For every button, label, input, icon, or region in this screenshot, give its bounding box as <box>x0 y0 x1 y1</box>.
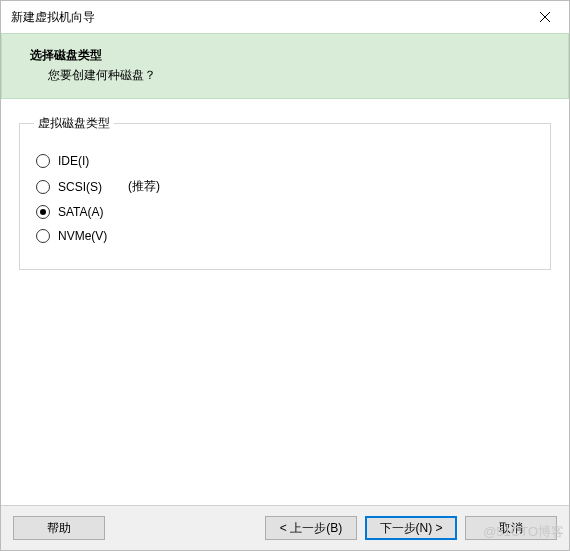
wizard-dialog: 新建虚拟机向导 选择磁盘类型 您要创建何种磁盘？ 虚拟磁盘类型 IDE(I) S… <box>0 0 570 551</box>
cancel-button[interactable]: 取消 <box>465 516 557 540</box>
radio-option-nvme[interactable]: NVMe(V) <box>36 229 536 243</box>
radio-icon <box>36 180 50 194</box>
radio-option-sata[interactable]: SATA(A) <box>36 205 536 219</box>
disk-type-group: 虚拟磁盘类型 IDE(I) SCSI(S) (推荐) SATA(A) NVMe(… <box>19 115 551 270</box>
radio-hint: (推荐) <box>128 178 160 195</box>
title-bar: 新建虚拟机向导 <box>1 1 569 33</box>
radio-label: NVMe(V) <box>58 229 107 243</box>
header-subtitle: 您要创建何种磁盘？ <box>30 66 550 84</box>
close-icon <box>540 12 550 22</box>
window-title: 新建虚拟机向导 <box>11 9 523 26</box>
wizard-footer: 帮助 < 上一步(B) 下一步(N) > 取消 <box>1 505 569 550</box>
radio-icon <box>36 229 50 243</box>
back-button[interactable]: < 上一步(B) <box>265 516 357 540</box>
next-button[interactable]: 下一步(N) > <box>365 516 457 540</box>
close-button[interactable] <box>523 2 567 32</box>
radio-label: SATA(A) <box>58 205 104 219</box>
wizard-content: 虚拟磁盘类型 IDE(I) SCSI(S) (推荐) SATA(A) NVMe(… <box>1 99 569 505</box>
radio-label: IDE(I) <box>58 154 89 168</box>
header-title: 选择磁盘类型 <box>30 46 550 64</box>
help-button[interactable]: 帮助 <box>13 516 105 540</box>
radio-label: SCSI(S) <box>58 180 102 194</box>
radio-icon <box>36 205 50 219</box>
group-legend: 虚拟磁盘类型 <box>34 115 114 132</box>
radio-icon <box>36 154 50 168</box>
radio-option-ide[interactable]: IDE(I) <box>36 154 536 168</box>
radio-option-scsi[interactable]: SCSI(S) (推荐) <box>36 178 536 195</box>
wizard-header: 选择磁盘类型 您要创建何种磁盘？ <box>1 33 569 99</box>
